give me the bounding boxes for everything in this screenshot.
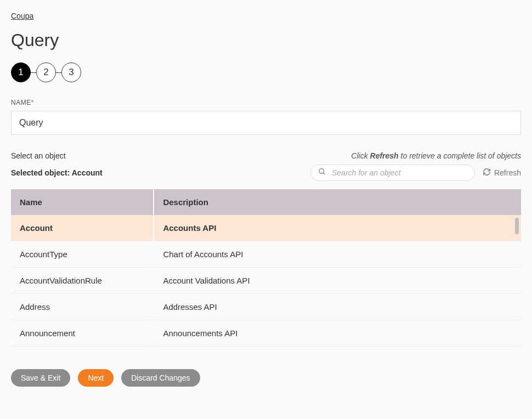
next-button[interactable]: Next bbox=[78, 369, 114, 387]
required-marker: * bbox=[31, 99, 34, 106]
table-header-row: Name Description bbox=[11, 189, 521, 215]
refresh-label: Refresh bbox=[494, 168, 521, 177]
scrollbar-thumb[interactable] bbox=[515, 218, 519, 234]
search-wrap bbox=[310, 165, 475, 181]
refresh-hint: Click Refresh to retrieve a complete lis… bbox=[351, 151, 521, 160]
cell-description: Chart of Accounts API bbox=[154, 241, 521, 268]
refresh-hint-suffix: to retrieve a complete list of objects bbox=[399, 151, 521, 160]
object-table-container: Name Description AccountAccounts APIAcco… bbox=[11, 189, 521, 352]
stepper: 1 2 3 bbox=[11, 63, 521, 82]
selected-object-value: Account bbox=[72, 168, 103, 177]
cell-name: AccountType bbox=[11, 241, 154, 268]
table-row[interactable]: AccountValidationRuleAccount Validations… bbox=[11, 268, 521, 294]
header-name[interactable]: Name bbox=[11, 189, 154, 215]
cell-description: Account Validations API bbox=[154, 268, 521, 294]
name-label-text: NAME bbox=[11, 99, 31, 106]
cell-name: Announcement bbox=[11, 320, 154, 347]
cell-description: Accounts API bbox=[154, 215, 521, 241]
name-field-label: NAME* bbox=[11, 99, 521, 106]
header-description[interactable]: Description bbox=[154, 189, 521, 215]
button-row: Save & Exit Next Discard Changes bbox=[11, 369, 521, 387]
page-title: Query bbox=[11, 30, 521, 50]
name-input[interactable] bbox=[11, 111, 521, 135]
cell-description: Announcements API bbox=[154, 320, 521, 347]
select-object-label: Select an object bbox=[11, 151, 66, 160]
refresh-button[interactable]: Refresh bbox=[483, 168, 521, 178]
selected-object-prefix: Selected object: bbox=[11, 168, 72, 177]
step-connector bbox=[56, 72, 61, 73]
selected-object-label: Selected object: Account bbox=[11, 168, 103, 177]
refresh-hint-bold: Refresh bbox=[370, 151, 399, 160]
refresh-hint-prefix: Click bbox=[351, 151, 370, 160]
step-2[interactable]: 2 bbox=[36, 63, 56, 82]
save-exit-button[interactable]: Save & Exit bbox=[11, 369, 70, 387]
cell-name: AccountValidationRule bbox=[11, 268, 154, 294]
cell-name: Account bbox=[11, 215, 154, 241]
search-input[interactable] bbox=[310, 165, 475, 181]
cell-description: Addresses API bbox=[154, 294, 521, 320]
step-connector bbox=[31, 72, 36, 73]
cell-name: Address bbox=[11, 294, 154, 320]
table-row[interactable]: AddressAddresses API bbox=[11, 294, 521, 320]
refresh-icon bbox=[483, 168, 491, 178]
step-3[interactable]: 3 bbox=[61, 63, 81, 82]
table-row[interactable]: AccountTypeChart of Accounts API bbox=[11, 241, 521, 268]
scrollbar[interactable] bbox=[514, 218, 520, 349]
discard-button[interactable]: Discard Changes bbox=[121, 369, 200, 387]
table-row[interactable]: AnnouncementAnnouncements API bbox=[11, 320, 521, 347]
table-row[interactable]: AccountAccounts API bbox=[11, 215, 521, 241]
object-table: Name Description AccountAccounts APIAcco… bbox=[11, 189, 521, 347]
step-1[interactable]: 1 bbox=[11, 63, 31, 82]
breadcrumb-link[interactable]: Coupa bbox=[11, 12, 33, 20]
